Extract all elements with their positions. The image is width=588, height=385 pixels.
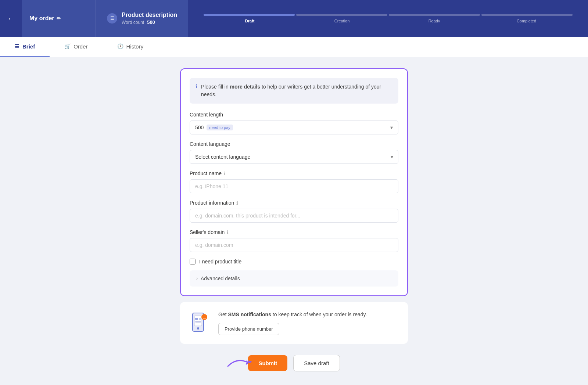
svg-point-2 [197,327,199,330]
sellers-domain-tooltip-icon: ℹ [227,230,229,235]
progress-label-ready: Ready [388,19,480,23]
content-language-group: Content language Select content language [190,141,398,164]
top-header: ← My order ✏ ☰ Product description Word … [0,0,588,37]
progress-label-draft: Draft [204,19,296,23]
product-name-group: Product name ℹ [190,170,398,193]
progress-area: Draft Creation Ready Completed [188,0,588,37]
svg-marker-8 [248,360,252,363]
provide-phone-button[interactable]: Provide phone number [218,323,279,335]
product-information-label: Product information ℹ [190,200,398,206]
tab-history[interactable]: 🕐 History [103,37,158,57]
sms-description: Get SMS notifications to keep track of w… [218,311,399,319]
content-length-number: 500 [195,125,204,130]
progress-bar-container [203,14,573,16]
back-button[interactable]: ← [0,0,22,37]
edit-icon[interactable]: ✏ [57,15,61,21]
phone-sms-icon: ... [189,311,211,333]
svg-rect-1 [194,316,202,326]
info-banner-text: Please fill in more details to help our … [201,83,392,98]
svg-text:...: ... [203,315,206,319]
progress-segment-creation [296,14,387,16]
need-product-title-label[interactable]: I need product title [199,259,241,265]
my-order-label: My order [29,15,54,22]
content-length-chevron-icon: ▾ [390,125,393,130]
svg-rect-4 [199,318,201,320]
need-product-title-checkbox[interactable] [190,259,196,265]
product-title-checkbox-row: I need product title [190,259,398,265]
product-information-input[interactable] [190,209,398,223]
advanced-details-toggle[interactable]: › Advanced details [190,270,398,287]
progress-segment-completed [481,14,573,16]
info-banner: ℹ Please fill in more details to help ou… [190,78,398,104]
order-icon: 🛒 [64,43,71,49]
sellers-domain-label: Seller's domain ℹ [190,229,398,235]
word-count-label: Word count [122,20,144,25]
content-length-group: Content length 500 need to pay ▾ [190,112,398,134]
progress-segment-ready [389,14,480,16]
progress-labels: Draft Creation Ready Completed [203,19,573,23]
product-title: Product description [122,12,177,18]
word-count-row: Word count 500 [122,19,177,25]
sellers-domain-group: Seller's domain ℹ [190,229,398,252]
tab-order-label: Order [74,43,87,50]
my-order-area: My order ✏ [22,0,96,37]
my-order-title: My order ✏ [29,15,61,22]
content-language-wrapper: Select content language [190,150,398,164]
progress-label-creation: Creation [296,19,388,23]
advanced-details-label: Advanced details [201,276,240,281]
need-to-pay-badge: need to pay [207,125,233,130]
content-language-select[interactable]: Select content language [190,150,398,164]
tab-brief-label: Brief [22,43,35,50]
tab-history-label: History [126,43,144,50]
back-arrow-icon: ← [7,14,15,23]
tabs-bar: ☰ Brief 🛒 Order 🕐 History [0,37,588,57]
product-name-label: Product name ℹ [190,170,398,176]
bottom-actions: Submit Save draft [248,355,340,371]
info-icon: ℹ [196,83,197,89]
svg-rect-5 [195,321,201,323]
progress-label-completed: Completed [480,19,573,23]
save-draft-button[interactable]: Save draft [293,355,340,371]
progress-segment-draft [204,14,295,16]
main-content: ℹ Please fill in more details to help ou… [0,57,588,385]
product-name-tooltip-icon: ℹ [224,171,226,176]
tab-brief[interactable]: ☰ Brief [0,37,50,57]
sellers-domain-input[interactable] [190,238,398,252]
content-language-label: Content language [190,141,398,147]
phone-icon-area: ... [189,311,211,335]
chevron-right-icon: › [196,276,198,281]
product-information-group: Product information ℹ [190,200,398,223]
form-card: ℹ Please fill in more details to help ou… [180,68,408,296]
content-length-label: Content length [190,112,398,118]
product-desc-text: Product description Word count 500 [122,12,177,25]
content-length-select[interactable]: 500 need to pay ▾ [190,120,398,134]
arrow-hint [226,355,259,371]
svg-rect-3 [195,318,198,320]
tab-order[interactable]: 🛒 Order [50,37,102,57]
product-desc-icon: ☰ [107,13,117,24]
word-count-value: 500 [147,19,155,25]
sms-text-area: Get SMS notifications to keep track of w… [218,311,399,335]
product-info-tooltip-icon: ℹ [236,200,238,206]
product-description-area: ☰ Product description Word count 500 [96,0,188,37]
history-icon: 🕐 [117,43,123,49]
brief-icon: ☰ [15,43,19,49]
product-name-input[interactable] [190,179,398,193]
sms-card: ... Get SMS notifications to keep track … [180,302,408,344]
